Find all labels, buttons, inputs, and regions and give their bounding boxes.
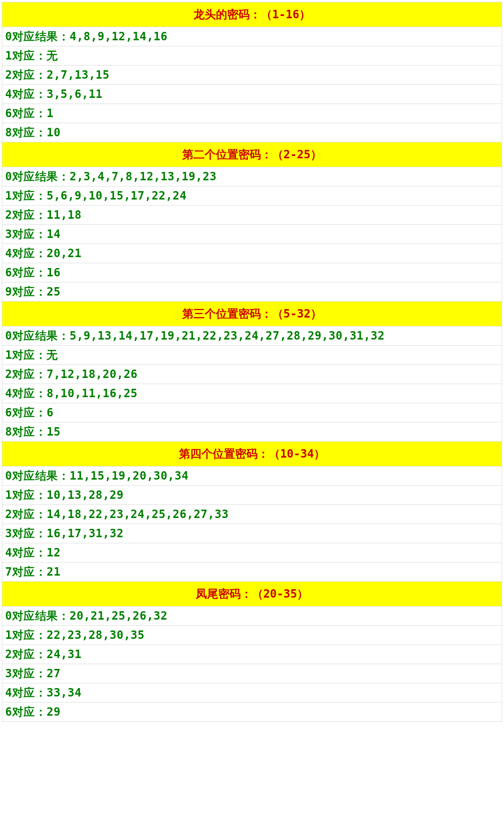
- data-row: 4对应：12: [2, 543, 502, 563]
- data-row: 0对应结果：5,9,13,14,17,19,21,22,23,24,27,28,…: [2, 326, 502, 346]
- data-row: 2对应：7,12,18,20,26: [2, 365, 502, 384]
- data-row: 3对应：14: [2, 225, 502, 244]
- section-header: 第二个位置密码：（2-25）: [2, 142, 502, 167]
- data-row: 3对应：27: [2, 664, 502, 683]
- data-row: 1对应：无: [2, 346, 502, 365]
- data-row: 3对应：16,17,31,32: [2, 524, 502, 543]
- section-header: 凤尾密码：（20-35）: [2, 582, 502, 607]
- data-row: 1对应：10,13,28,29: [2, 486, 502, 505]
- section-header: 第四个位置密码：（10-34）: [2, 442, 502, 467]
- data-row: 0对应结果：2,3,4,7,8,12,13,19,23: [2, 167, 502, 186]
- data-row: 0对应结果：20,21,25,26,32: [2, 607, 502, 626]
- data-row: 8对应：10: [2, 123, 502, 142]
- data-row: 4对应：20,21: [2, 244, 502, 263]
- data-row: 6对应：16: [2, 263, 502, 282]
- data-row: 0对应结果：4,8,9,12,14,16: [2, 27, 502, 46]
- content-wrapper: 龙头的密码：（1-16）0对应结果：4,8,9,12,14,161对应：无2对应…: [0, 0, 504, 724]
- data-row: 6对应：6: [2, 403, 502, 422]
- data-row: 1对应：5,6,9,10,15,17,22,24: [2, 186, 502, 206]
- data-row: 7对应：21: [2, 563, 502, 582]
- data-row: 2对应：24,31: [2, 645, 502, 664]
- data-row: 6对应：1: [2, 104, 502, 123]
- data-row: 4对应：3,5,6,11: [2, 85, 502, 104]
- section-header: 第三个位置密码：（5-32）: [2, 302, 502, 326]
- data-row: 9对应：25: [2, 282, 502, 302]
- data-row: 4对应：8,10,11,16,25: [2, 384, 502, 403]
- data-row: 2对应：14,18,22,23,24,25,26,27,33: [2, 505, 502, 524]
- data-row: 6对应：29: [2, 703, 502, 722]
- data-row: 4对应：33,34: [2, 683, 502, 703]
- data-row: 8对应：15: [2, 422, 502, 442]
- data-row: 1对应：无: [2, 46, 502, 66]
- data-row: 1对应：22,23,28,30,35: [2, 626, 502, 645]
- data-row: 2对应：11,18: [2, 206, 502, 225]
- data-row: 0对应结果：11,15,19,20,30,34: [2, 467, 502, 486]
- data-row: 2对应：2,7,13,15: [2, 66, 502, 85]
- section-header: 龙头的密码：（1-16）: [2, 2, 502, 27]
